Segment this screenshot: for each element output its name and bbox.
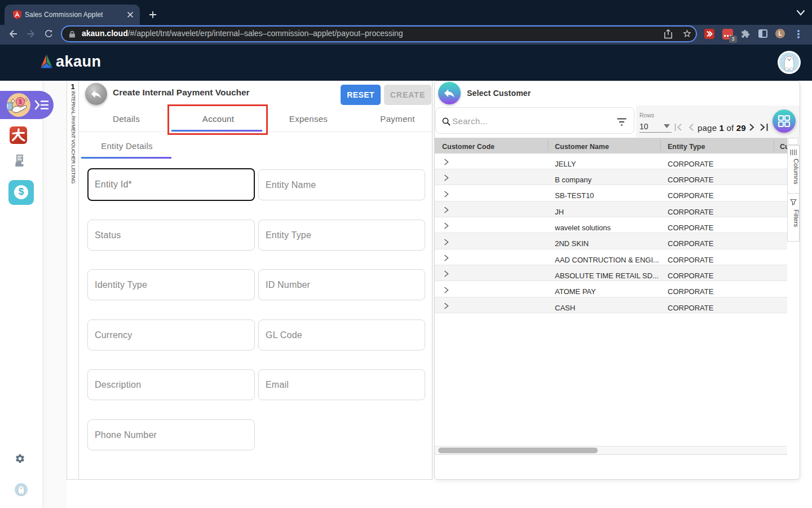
svg-text:$: $	[19, 99, 22, 105]
